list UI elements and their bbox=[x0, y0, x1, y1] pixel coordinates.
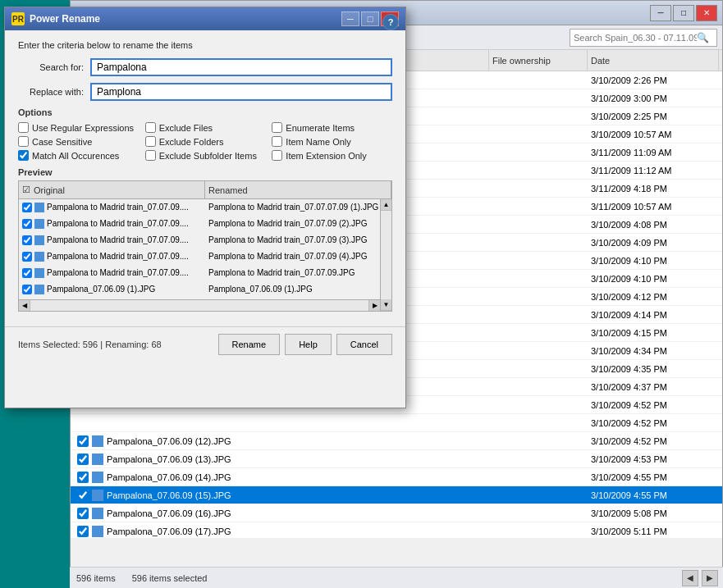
file-checkbox[interactable] bbox=[77, 435, 89, 447]
file-date-cell: 3/10/2009 4:34 PM bbox=[588, 346, 719, 356]
preview-row-checkbox[interactable] bbox=[22, 285, 32, 294]
sort-icon: ☑ bbox=[22, 185, 30, 195]
original-cell: Pampalona to Madrid train_07.07.09.... bbox=[19, 219, 205, 229]
file-icon bbox=[34, 219, 44, 229]
dialog-minimize-btn[interactable]: ─ bbox=[341, 11, 359, 26]
label-case_sensitive: Case Sensitive bbox=[32, 137, 92, 147]
option-enumerate_items: Enumerate Items bbox=[272, 122, 392, 133]
file-date-cell: 3/11/2009 11:09 AM bbox=[588, 148, 719, 157]
file-date-cell: 3/10/2009 4:14 PM bbox=[588, 310, 719, 320]
original-cell: Pampalona_07.06.09 (1).JPG bbox=[19, 285, 205, 294]
renamed-cell: Pamplona to Madrid train_07.07.09.JPG bbox=[205, 268, 391, 277]
hscroll-right-btn[interactable]: ▶ bbox=[368, 300, 380, 312]
search-input[interactable] bbox=[574, 33, 697, 43]
label-exclude_subfolders: Exclude Subfolder Items bbox=[159, 151, 257, 161]
file-icon bbox=[92, 454, 103, 465]
checkbox-item_name_only[interactable] bbox=[272, 136, 282, 147]
preview-row: Pampalona to Madrid train_07.07.09....Pa… bbox=[19, 265, 391, 281]
original-cell: Pampalona to Madrid train_07.07.09.... bbox=[19, 235, 205, 245]
file-date-cell: 3/10/2009 5:11 PM bbox=[588, 526, 719, 536]
checkbox-enumerate_items[interactable] bbox=[272, 122, 282, 133]
preview-row-checkbox[interactable] bbox=[22, 235, 32, 245]
preview-hscrollbar[interactable]: ◀ ▶ bbox=[19, 299, 380, 311]
checkbox-match_all[interactable] bbox=[18, 150, 29, 161]
file-row[interactable]: Pampalona_07.06.09 (14).JPG3/10/2009 4:5… bbox=[71, 468, 722, 486]
preview-row: Pampalona to Madrid train_07.07.09....Pa… bbox=[19, 232, 391, 248]
help-button[interactable]: Help bbox=[285, 334, 332, 355]
preview-section: Preview ☑ Original Renamed Pampalona to … bbox=[18, 167, 392, 312]
file-date-cell: 3/10/2009 4:35 PM bbox=[588, 364, 719, 374]
file-icon bbox=[34, 235, 44, 245]
preview-row-checkbox[interactable] bbox=[22, 268, 32, 278]
file-date-cell: 3/10/2009 10:57 AM bbox=[588, 130, 719, 139]
scroll-right-btn[interactable]: ▶ bbox=[702, 570, 718, 586]
file-icon bbox=[92, 435, 103, 447]
checkbox-exclude_files[interactable] bbox=[145, 122, 156, 133]
file-date-cell: 3/10/2009 4:37 PM bbox=[588, 382, 719, 392]
cancel-button[interactable]: Cancel bbox=[336, 334, 392, 355]
preview-scrollbar[interactable]: ▲ ▼ bbox=[380, 199, 391, 311]
replace-input-field[interactable] bbox=[90, 83, 392, 101]
preview-row-checkbox[interactable] bbox=[22, 203, 32, 212]
search-row: Search for: bbox=[18, 58, 392, 76]
checkbox-use_regex[interactable] bbox=[18, 122, 29, 133]
footer-info: Items Selected: 596 | Renaming: 68 bbox=[18, 340, 162, 349]
checkbox-exclude_subfolders[interactable] bbox=[145, 150, 156, 161]
ownership-col-header[interactable]: File ownership bbox=[489, 50, 588, 71]
preview-title: Preview bbox=[18, 167, 392, 177]
file-row[interactable]: Pampalona_07.06.09 (12).JPG3/10/2009 4:5… bbox=[71, 432, 722, 450]
file-row[interactable]: Pampalona_07.06.09 (16).JPG3/10/2009 5:0… bbox=[71, 504, 722, 522]
file-date-cell: 3/10/2009 4:52 PM bbox=[588, 436, 719, 446]
hscroll-left-btn[interactable]: ◀ bbox=[19, 300, 30, 312]
close-button[interactable]: ✕ bbox=[696, 5, 717, 21]
file-row[interactable]: Pampalona_07.06.09 (15).JPG3/10/2009 4:5… bbox=[71, 486, 722, 504]
file-icon bbox=[92, 508, 103, 519]
file-icon bbox=[34, 268, 44, 278]
file-checkbox[interactable] bbox=[77, 508, 89, 519]
dialog-body: Enter the criteria below to rename the i… bbox=[5, 30, 405, 321]
scroll-left-btn[interactable]: ◀ bbox=[682, 570, 698, 586]
search-box[interactable]: 🔍 bbox=[570, 29, 717, 47]
file-checkbox[interactable] bbox=[77, 526, 89, 537]
maximize-button[interactable]: □ bbox=[673, 5, 694, 21]
option-match_all: Match All Occurences bbox=[18, 150, 139, 161]
dialog-title: Power Rename bbox=[30, 13, 100, 25]
file-row[interactable]: 3/10/2009 4:52 PM bbox=[71, 414, 722, 432]
checkbox-case_sensitive[interactable] bbox=[18, 136, 29, 147]
options-section: Options Use Regular ExpressionsExclude F… bbox=[18, 107, 392, 161]
renamed-cell: Pamplona to Madrid train_07.07.09 (4).JP… bbox=[205, 252, 391, 261]
file-checkbox[interactable] bbox=[77, 472, 89, 483]
file-date-cell: 3/10/2009 4:52 PM bbox=[588, 418, 719, 428]
minimize-button[interactable]: ─ bbox=[650, 5, 671, 21]
date-col-header[interactable]: Date bbox=[588, 50, 719, 71]
file-date-cell: 3/11/2009 11:12 AM bbox=[588, 166, 719, 175]
scroll-up-btn[interactable]: ▲ bbox=[381, 199, 391, 211]
file-checkbox[interactable] bbox=[77, 490, 89, 501]
preview-row-checkbox[interactable] bbox=[22, 252, 32, 262]
option-exclude_folders: Exclude Folders bbox=[145, 136, 266, 147]
dialog-maximize-btn[interactable]: □ bbox=[361, 11, 379, 26]
file-icon bbox=[92, 526, 103, 537]
dialog-footer: Items Selected: 596 | Renaming: 68 Renam… bbox=[5, 326, 405, 362]
file-icon bbox=[34, 252, 44, 262]
scroll-down-btn[interactable]: ▼ bbox=[381, 299, 391, 311]
file-date-cell: 3/10/2009 4:53 PM bbox=[588, 454, 719, 464]
label-item_extension_only: Item Extension Only bbox=[286, 151, 366, 161]
label-exclude_folders: Exclude Folders bbox=[159, 137, 224, 147]
search-input-field[interactable] bbox=[90, 58, 392, 76]
checkbox-item_extension_only[interactable] bbox=[272, 150, 282, 161]
file-checkbox[interactable] bbox=[77, 454, 89, 465]
file-name-cell: Pampalona_07.06.09 (12).JPG bbox=[74, 435, 489, 447]
option-exclude_files: Exclude Files bbox=[145, 122, 266, 133]
rename-button[interactable]: Rename bbox=[218, 334, 281, 355]
file-row[interactable]: Pampalona_07.06.09 (17).JPG3/10/2009 5:1… bbox=[71, 522, 722, 538]
original-col-header: ☑ Original bbox=[19, 181, 205, 198]
preview-row: Pampalona to Madrid train_07.07.09....Pa… bbox=[19, 216, 391, 232]
footer-buttons: Rename Help Cancel bbox=[218, 334, 392, 355]
items-count: 596 items bbox=[76, 573, 116, 583]
option-item_extension_only: Item Extension Only bbox=[272, 150, 392, 161]
help-icon-btn[interactable]: ? bbox=[382, 14, 399, 30]
preview-row-checkbox[interactable] bbox=[22, 219, 32, 229]
file-row[interactable]: Pampalona_07.06.09 (13).JPG3/10/2009 4:5… bbox=[71, 450, 722, 468]
checkbox-exclude_folders[interactable] bbox=[145, 136, 156, 147]
